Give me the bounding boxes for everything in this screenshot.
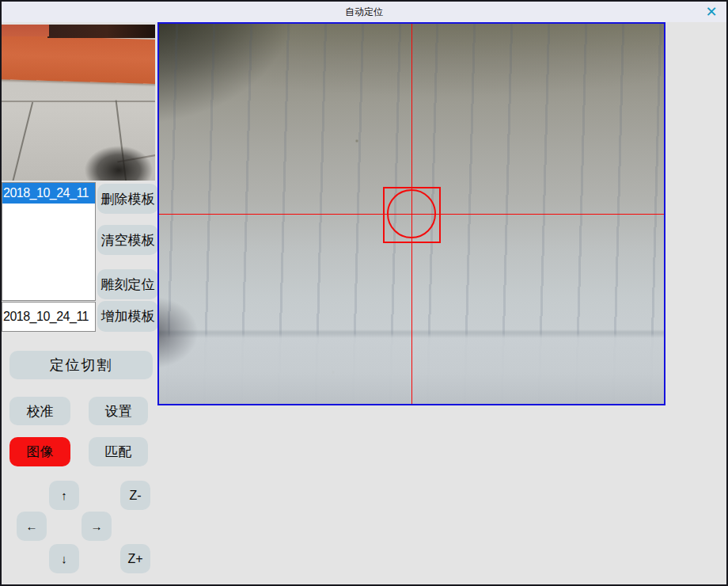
jog-left-button[interactable]: ← [17,512,47,541]
image-button[interactable]: 图像 [9,437,70,466]
match-button[interactable]: 匹配 [89,437,148,466]
thumbnail-red-block [2,25,49,36]
thumbnail-dark-object [71,136,155,181]
jog-up-button[interactable]: ↑ [49,481,79,510]
close-icon[interactable]: ✕ [701,2,722,21]
jog-z-minus-button[interactable]: Z- [120,481,150,510]
thumbnail-orange-beam [2,35,155,84]
jog-right-button[interactable]: → [82,512,112,541]
title-bar: 自动定位 ✕ [2,2,726,22]
engrave-position-button[interactable]: 雕刻定位 [97,269,158,299]
template-thumbnail [2,25,155,181]
thumbnail-grout-line [2,101,155,102]
left-arrow-icon: ← [26,519,38,533]
thumbnail-dark-band [47,25,155,38]
delete-template-button[interactable]: 删除模板 [97,184,158,214]
template-list[interactable]: 2018_10_24_11 [2,182,96,301]
thumbnail-grout-line [6,102,33,181]
clear-templates-button[interactable]: 清空模板 [97,225,158,255]
calibrate-button[interactable]: 校准 [9,397,70,425]
down-arrow-icon: ↓ [61,552,67,565]
up-arrow-icon: ↑ [61,489,67,502]
dialog-title: 自动定位 [345,6,383,19]
position-cut-button[interactable]: 定位切割 [9,351,153,379]
auto-position-dialog: 自动定位 ✕ 2018_10_24_11 删除模板 清空模板 雕刻定位 增加模板… [0,0,728,586]
settings-button[interactable]: 设置 [89,397,148,425]
template-name-input[interactable] [2,302,96,332]
camera-view[interactable] [157,22,665,405]
add-template-button[interactable]: 增加模板 [97,301,158,332]
target-circle-overlay [387,189,436,238]
right-arrow-icon: → [91,519,103,533]
jog-z-plus-button[interactable]: Z+ [120,544,150,573]
template-list-item[interactable]: 2018_10_24_11 [2,183,95,204]
jog-down-button[interactable]: ↓ [49,544,79,573]
